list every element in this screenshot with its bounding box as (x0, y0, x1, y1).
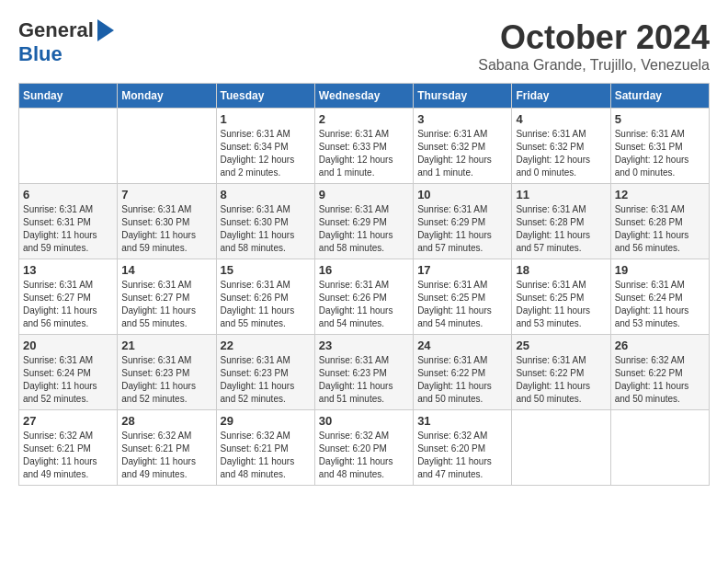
day-number: 4 (516, 112, 606, 126)
column-header-friday: Friday (512, 84, 610, 109)
calendar-cell: 19Sunrise: 6:31 AM Sunset: 6:24 PM Dayli… (610, 259, 709, 335)
day-info: Sunrise: 6:31 AM Sunset: 6:28 PM Dayligh… (516, 203, 606, 255)
calendar-cell: 27Sunrise: 6:32 AM Sunset: 6:21 PM Dayli… (19, 410, 118, 486)
day-number: 21 (121, 339, 211, 352)
title-section: October 2024 Sabana Grande, Trujillo, Ve… (478, 18, 710, 74)
day-info: Sunrise: 6:31 AM Sunset: 6:29 PM Dayligh… (417, 203, 507, 255)
calendar-cell: 12Sunrise: 6:31 AM Sunset: 6:28 PM Dayli… (610, 184, 709, 259)
day-info: Sunrise: 6:31 AM Sunset: 6:34 PM Dayligh… (221, 128, 311, 179)
calendar-cell: 17Sunrise: 6:31 AM Sunset: 6:25 PM Dayli… (414, 259, 512, 335)
column-header-sunday: Sunday (19, 84, 118, 109)
logo-general: General (18, 18, 94, 42)
day-number: 18 (516, 263, 606, 277)
calendar-week-row: 20Sunrise: 6:31 AM Sunset: 6:24 PM Dayli… (19, 335, 710, 410)
calendar-table: SundayMondayTuesdayWednesdayThursdayFrid… (18, 83, 710, 486)
day-number: 23 (319, 339, 409, 352)
day-number: 14 (121, 263, 211, 277)
day-number: 16 (319, 263, 409, 277)
day-info: Sunrise: 6:31 AM Sunset: 6:23 PM Dayligh… (319, 354, 409, 406)
calendar-header-row: SundayMondayTuesdayWednesdayThursdayFrid… (19, 84, 710, 109)
day-info: Sunrise: 6:32 AM Sunset: 6:20 PM Dayligh… (417, 430, 507, 481)
day-number: 27 (23, 414, 113, 428)
calendar-cell: 9Sunrise: 6:31 AM Sunset: 6:29 PM Daylig… (314, 184, 413, 259)
calendar-cell: 25Sunrise: 6:31 AM Sunset: 6:22 PM Dayli… (512, 335, 610, 410)
calendar-cell (610, 410, 709, 486)
day-number: 28 (121, 414, 211, 428)
day-number: 11 (516, 188, 606, 201)
calendar-cell: 14Sunrise: 6:31 AM Sunset: 6:27 PM Dayli… (118, 259, 216, 335)
day-number: 6 (23, 188, 113, 201)
column-header-wednesday: Wednesday (314, 84, 413, 109)
calendar-week-row: 27Sunrise: 6:32 AM Sunset: 6:21 PM Dayli… (19, 410, 710, 486)
location: Sabana Grande, Trujillo, Venezuela (478, 57, 710, 74)
day-number: 20 (23, 339, 113, 352)
day-info: Sunrise: 6:31 AM Sunset: 6:30 PM Dayligh… (121, 203, 211, 255)
day-info: Sunrise: 6:32 AM Sunset: 6:21 PM Dayligh… (23, 430, 113, 481)
day-number: 10 (417, 188, 507, 201)
day-number: 13 (23, 263, 113, 277)
logo-arrow-icon (97, 19, 114, 41)
calendar-cell: 23Sunrise: 6:31 AM Sunset: 6:23 PM Dayli… (314, 335, 413, 410)
calendar-week-row: 6Sunrise: 6:31 AM Sunset: 6:31 PM Daylig… (19, 184, 710, 259)
page-header: General Blue October 2024 Sabana Grande,… (18, 18, 710, 74)
day-number: 2 (319, 112, 409, 126)
day-info: Sunrise: 6:31 AM Sunset: 6:26 PM Dayligh… (221, 279, 311, 330)
calendar-cell: 22Sunrise: 6:31 AM Sunset: 6:23 PM Dayli… (216, 335, 314, 410)
day-info: Sunrise: 6:31 AM Sunset: 6:31 PM Dayligh… (23, 203, 113, 255)
column-header-saturday: Saturday (610, 84, 709, 109)
calendar-cell: 7Sunrise: 6:31 AM Sunset: 6:30 PM Daylig… (118, 184, 216, 259)
day-number: 12 (615, 188, 705, 201)
day-number: 1 (221, 112, 311, 126)
day-info: Sunrise: 6:31 AM Sunset: 6:27 PM Dayligh… (23, 279, 113, 330)
day-number: 22 (221, 339, 311, 352)
calendar-cell (118, 109, 216, 184)
day-info: Sunrise: 6:32 AM Sunset: 6:22 PM Dayligh… (615, 354, 705, 406)
column-header-monday: Monday (118, 84, 216, 109)
calendar-cell: 18Sunrise: 6:31 AM Sunset: 6:25 PM Dayli… (512, 259, 610, 335)
calendar-cell: 31Sunrise: 6:32 AM Sunset: 6:20 PM Dayli… (414, 410, 512, 486)
day-number: 25 (516, 339, 606, 352)
day-number: 19 (615, 263, 705, 277)
calendar-cell: 15Sunrise: 6:31 AM Sunset: 6:26 PM Dayli… (216, 259, 314, 335)
day-number: 31 (417, 414, 507, 428)
day-info: Sunrise: 6:31 AM Sunset: 6:33 PM Dayligh… (319, 128, 409, 179)
day-number: 17 (417, 263, 507, 277)
day-info: Sunrise: 6:31 AM Sunset: 6:23 PM Dayligh… (121, 354, 211, 406)
calendar-cell: 4Sunrise: 6:31 AM Sunset: 6:32 PM Daylig… (512, 109, 610, 184)
day-info: Sunrise: 6:31 AM Sunset: 6:23 PM Dayligh… (221, 354, 311, 406)
day-info: Sunrise: 6:31 AM Sunset: 6:32 PM Dayligh… (516, 128, 606, 179)
logo-blue: Blue (18, 42, 63, 66)
day-number: 29 (221, 414, 311, 428)
day-info: Sunrise: 6:32 AM Sunset: 6:21 PM Dayligh… (221, 430, 311, 481)
calendar-week-row: 13Sunrise: 6:31 AM Sunset: 6:27 PM Dayli… (19, 259, 710, 335)
calendar-cell: 30Sunrise: 6:32 AM Sunset: 6:20 PM Dayli… (314, 410, 413, 486)
day-info: Sunrise: 6:31 AM Sunset: 6:31 PM Dayligh… (615, 128, 705, 179)
day-number: 8 (221, 188, 311, 201)
calendar-cell: 10Sunrise: 6:31 AM Sunset: 6:29 PM Dayli… (414, 184, 512, 259)
column-header-thursday: Thursday (414, 84, 512, 109)
calendar-cell: 6Sunrise: 6:31 AM Sunset: 6:31 PM Daylig… (19, 184, 118, 259)
day-info: Sunrise: 6:31 AM Sunset: 6:25 PM Dayligh… (417, 279, 507, 330)
month-title: October 2024 (478, 18, 710, 57)
calendar-cell: 29Sunrise: 6:32 AM Sunset: 6:21 PM Dayli… (216, 410, 314, 486)
calendar-cell: 3Sunrise: 6:31 AM Sunset: 6:32 PM Daylig… (414, 109, 512, 184)
day-info: Sunrise: 6:31 AM Sunset: 6:26 PM Dayligh… (319, 279, 409, 330)
calendar-cell: 28Sunrise: 6:32 AM Sunset: 6:21 PM Dayli… (118, 410, 216, 486)
logo: General Blue (18, 18, 114, 66)
calendar-cell (512, 410, 610, 486)
day-info: Sunrise: 6:31 AM Sunset: 6:25 PM Dayligh… (516, 279, 606, 330)
calendar-cell: 1Sunrise: 6:31 AM Sunset: 6:34 PM Daylig… (216, 109, 314, 184)
day-info: Sunrise: 6:32 AM Sunset: 6:20 PM Dayligh… (319, 430, 409, 481)
calendar-cell: 26Sunrise: 6:32 AM Sunset: 6:22 PM Dayli… (610, 335, 709, 410)
day-number: 9 (319, 188, 409, 201)
day-info: Sunrise: 6:31 AM Sunset: 6:28 PM Dayligh… (615, 203, 705, 255)
day-number: 7 (121, 188, 211, 201)
day-info: Sunrise: 6:31 AM Sunset: 6:24 PM Dayligh… (23, 354, 113, 406)
calendar-cell: 2Sunrise: 6:31 AM Sunset: 6:33 PM Daylig… (314, 109, 413, 184)
day-number: 26 (615, 339, 705, 352)
calendar-cell: 21Sunrise: 6:31 AM Sunset: 6:23 PM Dayli… (118, 335, 216, 410)
day-number: 30 (319, 414, 409, 428)
calendar-cell: 11Sunrise: 6:31 AM Sunset: 6:28 PM Dayli… (512, 184, 610, 259)
day-number: 5 (615, 112, 705, 126)
calendar-cell: 13Sunrise: 6:31 AM Sunset: 6:27 PM Dayli… (19, 259, 118, 335)
